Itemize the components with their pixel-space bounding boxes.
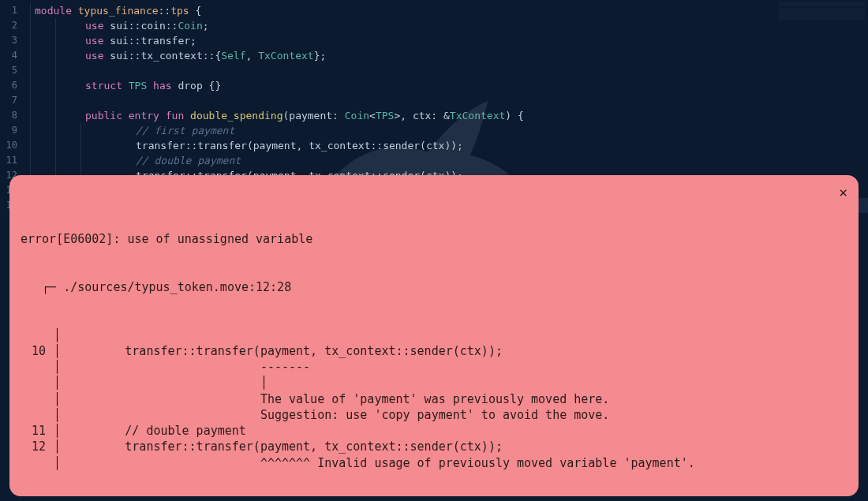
error-header: error[E06002]: use of unassigned variabl… [21, 231, 847, 247]
error-line: 12│ transfer::transfer(payment, tx_conte… [21, 439, 847, 454]
line-number: 1 [0, 3, 17, 18]
error-line: 10│ transfer::transfer(payment, tx_conte… [21, 343, 847, 359]
code-line[interactable]: // first payment [24, 123, 868, 138]
error-line: │ ------- [21, 359, 847, 375]
code-line[interactable]: // double payment [24, 153, 868, 168]
code-line[interactable] [24, 63, 868, 78]
error-line: │ ^^^^^^^ Invalid usage of previously mo… [21, 455, 847, 471]
line-number: 3 [0, 33, 17, 48]
line-number: 11 [0, 153, 17, 168]
code-line[interactable]: use sui::tx_context::{Self, TxContext}; [24, 48, 868, 63]
line-number: 5 [0, 63, 17, 78]
code-line[interactable] [24, 93, 868, 108]
error-panel: × error[E06002]: use of unassigned varia… [9, 175, 859, 496]
close-icon[interactable]: × [839, 183, 847, 202]
error-body: │10│ transfer::transfer(payment, tx_cont… [21, 327, 847, 471]
minimap[interactable] [778, 2, 865, 38]
code-line[interactable]: module typus_finance::tps { [24, 3, 868, 18]
error-file-location: ┌─ ./sources/typus_token.move:12:28 [21, 279, 847, 295]
code-line[interactable]: public entry fun double_spending(payment… [24, 108, 868, 123]
line-number: 4 [0, 48, 17, 63]
error-line: 11│ // double payment [21, 423, 847, 439]
error-line: │ [21, 327, 847, 343]
error-line: │ Suggestion: use 'copy payment' to avoi… [21, 407, 847, 423]
line-number: 10 [0, 138, 17, 153]
code-line[interactable]: use sui::transfer; [24, 33, 868, 48]
line-number: 9 [0, 123, 17, 138]
error-line: │ │ [21, 375, 847, 391]
line-number: 6 [0, 78, 17, 93]
code-line[interactable]: use sui::coin::Coin; [24, 18, 868, 33]
code-line[interactable]: struct TPS has drop {} [24, 78, 868, 93]
line-number: 7 [0, 93, 17, 108]
code-line[interactable]: transfer::transfer(payment, tx_context::… [24, 138, 868, 153]
line-number: 8 [0, 108, 17, 123]
error-line: │ The value of 'payment' was previously … [21, 391, 847, 407]
line-number: 2 [0, 18, 17, 33]
